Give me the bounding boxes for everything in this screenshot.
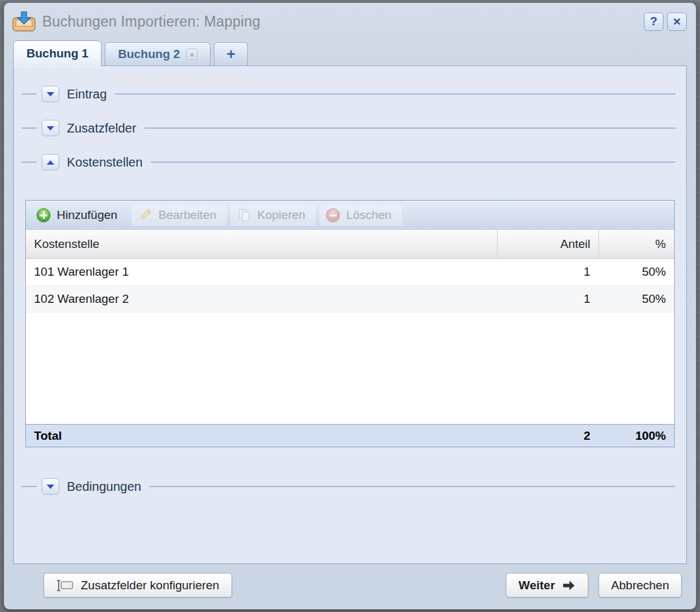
- expand-section-button[interactable]: [42, 120, 59, 136]
- cell-anteil: 1: [497, 259, 598, 285]
- table-empty-area: [26, 313, 674, 424]
- import-tray-icon: [12, 11, 36, 32]
- button-label: Bearbeiten: [158, 208, 216, 222]
- grid-toolbar: Hinzufügen Bearbeiten: [26, 201, 674, 230]
- collapse-section-button[interactable]: [42, 154, 59, 170]
- table-header: Kostenstelle Anteil %: [26, 230, 674, 259]
- button-label: Weiter: [518, 579, 555, 592]
- total-row: Total 2 100%: [26, 424, 674, 447]
- divider: [149, 486, 675, 487]
- add-icon: [37, 208, 50, 222]
- total-percent: 100%: [598, 425, 674, 447]
- tab-buchung-1[interactable]: Buchung 1: [13, 40, 102, 66]
- cell-kostenstelle: 101 Warenlager 1: [26, 259, 497, 285]
- section-label: Zusatzfelder: [67, 121, 136, 136]
- tab-buchung-2[interactable]: Buchung 2 ×: [105, 42, 211, 66]
- edit-pencil-icon: [138, 208, 152, 222]
- column-header-percent[interactable]: %: [598, 230, 674, 258]
- tab-label: Buchung 2: [118, 47, 180, 61]
- cell-percent: 50%: [598, 286, 674, 312]
- chevron-down-icon: [47, 485, 54, 489]
- textfield-config-icon: [56, 579, 74, 592]
- tab-strip: Buchung 1 Buchung 2 × +: [4, 40, 696, 66]
- cell-percent: 50%: [598, 259, 674, 285]
- divider: [21, 486, 37, 487]
- button-label: Abbrechen: [611, 579, 669, 592]
- section-eintrag: Eintrag: [14, 85, 686, 103]
- expand-section-button[interactable]: [42, 478, 59, 495]
- copy-pages-icon: [237, 208, 251, 222]
- chevron-down-icon: [47, 126, 54, 131]
- cell-kostenstelle: 102 Warenlager 2: [26, 286, 497, 312]
- cancel-button[interactable]: Abbrechen: [598, 573, 682, 597]
- dialog-footer: Zusatzfelder konfigurieren Weiter Abbrec…: [4, 564, 696, 609]
- cell-anteil: 1: [497, 286, 598, 312]
- button-label: Löschen: [346, 208, 392, 222]
- section-label: Eintrag: [67, 87, 107, 102]
- column-header-kostenstelle[interactable]: Kostenstelle: [26, 230, 497, 258]
- edit-button[interactable]: Bearbeiten: [131, 204, 227, 226]
- close-icon[interactable]: ×: [667, 13, 687, 31]
- kostenstellen-grid: Hinzufügen Bearbeiten: [25, 200, 675, 447]
- button-label: Zusatzfelder konfigurieren: [81, 579, 219, 592]
- dialog-titlebar: Buchungen Importieren: Mapping ? ×: [4, 3, 696, 40]
- tab-close-icon[interactable]: ×: [186, 49, 197, 60]
- divider: [144, 127, 675, 129]
- configure-zusatzfelder-button[interactable]: Zusatzfelder konfigurieren: [44, 573, 232, 597]
- tab-label: Buchung 1: [26, 47, 88, 61]
- copy-button[interactable]: Kopieren: [230, 204, 316, 226]
- divider: [21, 93, 37, 95]
- expand-section-button[interactable]: [42, 86, 59, 102]
- divider: [115, 93, 675, 95]
- section-label: Kostenstellen: [67, 155, 143, 170]
- chevron-up-icon: [47, 160, 54, 165]
- total-anteil: 2: [497, 425, 598, 447]
- mapping-panel: Eintrag Zusatzfelder Kostenstellen: [13, 66, 687, 564]
- dialog-title: Buchungen Importieren: Mapping: [42, 13, 640, 30]
- delete-icon: [326, 208, 340, 222]
- divider: [151, 162, 675, 163]
- delete-button[interactable]: Löschen: [319, 204, 402, 226]
- add-tab-button[interactable]: +: [214, 42, 248, 66]
- add-button[interactable]: Hinzufügen: [30, 204, 128, 226]
- plus-icon: +: [226, 45, 235, 63]
- section-zusatzfelder: Zusatzfelder: [14, 119, 686, 137]
- next-button[interactable]: Weiter: [506, 573, 588, 597]
- arrow-right-icon: [562, 580, 576, 591]
- column-header-anteil[interactable]: Anteil: [497, 230, 598, 258]
- section-label: Bedingungen: [67, 480, 141, 494]
- section-bedingungen: Bedingungen: [14, 478, 686, 495]
- table-row[interactable]: 101 Warenlager 1 1 50%: [26, 259, 674, 286]
- divider: [21, 127, 37, 129]
- button-label: Hinzufügen: [57, 208, 117, 222]
- help-button[interactable]: ?: [644, 13, 663, 31]
- total-label: Total: [26, 425, 497, 447]
- section-kostenstellen: Kostenstellen: [14, 153, 686, 171]
- table-row[interactable]: 102 Warenlager 2 1 50%: [26, 286, 674, 313]
- divider: [21, 162, 37, 163]
- import-mapping-dialog: Buchungen Importieren: Mapping ? × Buchu…: [4, 3, 696, 609]
- button-label: Kopieren: [257, 208, 305, 222]
- chevron-down-icon: [47, 92, 54, 97]
